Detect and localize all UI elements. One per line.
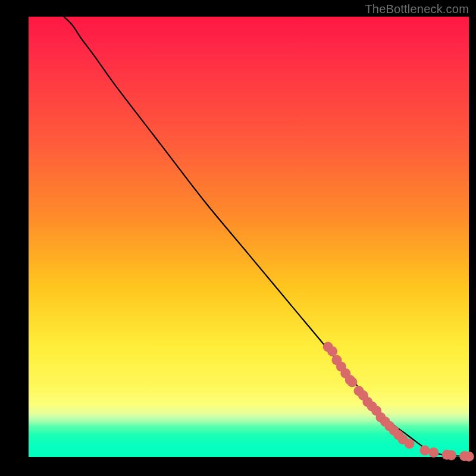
data-point bbox=[464, 452, 474, 462]
attribution-text: TheBottleneck.com bbox=[365, 2, 469, 16]
data-point bbox=[446, 450, 456, 461]
data-point bbox=[405, 439, 415, 449]
curve-path bbox=[64, 17, 469, 456]
curve-line bbox=[64, 17, 469, 456]
data-point bbox=[327, 346, 337, 356]
plot-area bbox=[29, 17, 469, 457]
chart-svg bbox=[29, 17, 469, 457]
data-point bbox=[347, 377, 357, 387]
chart-frame: TheBottleneck.com bbox=[0, 0, 476, 476]
data-point bbox=[420, 445, 430, 455]
scatter-points bbox=[323, 342, 474, 462]
data-point bbox=[428, 447, 439, 458]
